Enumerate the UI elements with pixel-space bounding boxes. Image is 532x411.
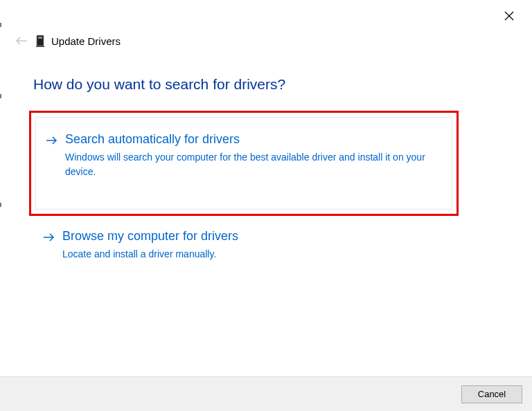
options-container: Search automatically for drivers Windows… — [29, 111, 459, 281]
option-description: Windows will search your computer for th… — [65, 150, 439, 179]
close-button[interactable] — [503, 10, 515, 22]
back-button[interactable] — [14, 36, 29, 46]
page-heading: How do you want to search for drivers? — [33, 76, 285, 93]
back-arrow-icon — [15, 36, 28, 46]
arrow-right-icon — [46, 131, 57, 147]
option-description: Locate and install a driver manually. — [62, 247, 238, 261]
option-title: Search automatically for drivers — [65, 131, 439, 147]
svg-rect-5 — [36, 46, 44, 47]
option-browse-computer[interactable]: Browse my computer for drivers Locate an… — [29, 226, 459, 281]
arrow-right-icon — [43, 228, 54, 244]
option-search-automatically[interactable]: Search automatically for drivers Windows… — [29, 111, 459, 216]
cancel-button[interactable]: Cancel — [461, 385, 522, 403]
device-icon — [36, 35, 44, 47]
window-title: Update Drivers — [51, 35, 121, 47]
close-icon — [504, 11, 514, 21]
decorative-tick — [0, 23, 1, 27]
decorative-tick — [0, 94, 1, 98]
svg-rect-4 — [38, 37, 42, 39]
decorative-tick — [0, 203, 1, 207]
option-title: Browse my computer for drivers — [62, 228, 238, 244]
title-bar: Update Drivers — [14, 35, 121, 47]
dialog-footer: Cancel — [0, 376, 532, 411]
